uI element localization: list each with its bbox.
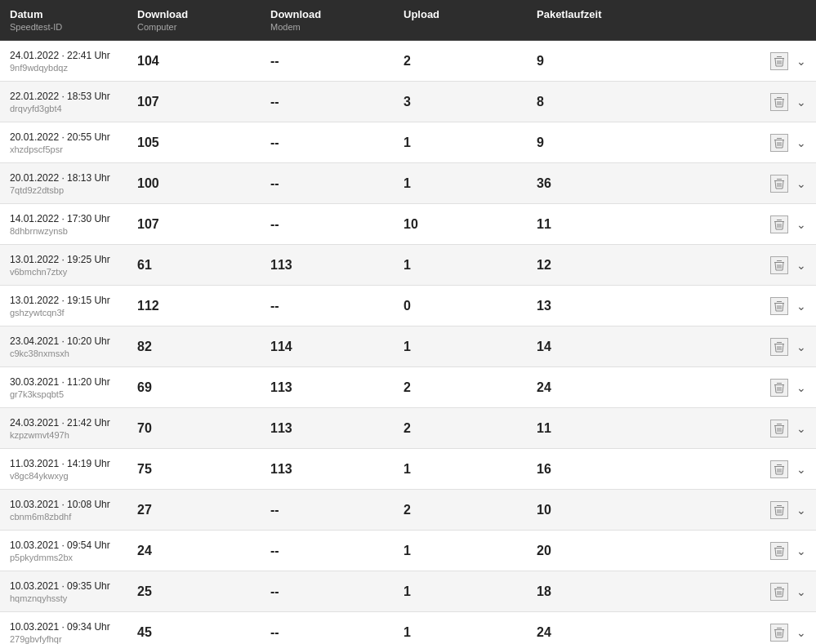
cell-dl-modem: -- xyxy=(264,54,397,69)
cell-datum: 13.01.2022 · 19:25 Uhr v6bmchn7ztxy xyxy=(0,254,131,277)
cell-paket: 12 xyxy=(530,258,734,273)
cell-dl-computer: 112 xyxy=(131,299,264,313)
header-datum-sub: Speedtest-ID xyxy=(10,22,131,32)
delete-icon[interactable] xyxy=(770,93,788,111)
cell-datum: 24.01.2022 · 22:41 Uhr 9nf9wdqybdqz xyxy=(0,50,131,73)
chevron-down-icon[interactable]: ⌄ xyxy=(796,55,806,68)
speedtest-id: drqvyfd3gbt4 xyxy=(10,104,131,113)
speedtest-id: 279gbvfyfhqr xyxy=(10,634,131,644)
table-row: 20.01.2022 · 18:13 Uhr 7qtd9z2dtsbp 100 … xyxy=(0,163,816,204)
cell-datum: 10.03.2021 · 09:35 Uhr hqmznqyhssty xyxy=(0,580,131,603)
date-text: 22.01.2022 · 18:53 Uhr xyxy=(10,91,131,102)
speedtest-id: kzpzwmvt497h xyxy=(10,430,131,440)
svg-rect-0 xyxy=(774,58,784,59)
delete-icon[interactable] xyxy=(770,52,788,70)
chevron-down-icon[interactable]: ⌄ xyxy=(796,259,806,272)
cell-upload: 1 xyxy=(397,462,530,477)
cell-paket: 16 xyxy=(530,462,734,477)
delete-icon[interactable] xyxy=(770,215,788,233)
date-text: 14.01.2022 · 17:30 Uhr xyxy=(10,213,131,224)
speedtest-id: c9kc38nxmsxh xyxy=(10,349,131,358)
cell-dl-modem: 113 xyxy=(264,380,397,395)
cell-dl-modem: 113 xyxy=(264,258,397,273)
chevron-down-icon[interactable]: ⌄ xyxy=(796,300,806,313)
cell-datum: 13.01.2022 · 19:15 Uhr gshzywtcqn3f xyxy=(0,295,131,318)
svg-rect-61 xyxy=(777,546,782,547)
chevron-down-icon[interactable]: ⌄ xyxy=(796,218,806,231)
delete-icon[interactable] xyxy=(770,297,788,315)
svg-rect-45 xyxy=(774,425,784,426)
svg-rect-5 xyxy=(774,99,784,100)
delete-icon[interactable] xyxy=(770,175,788,193)
cell-upload: 3 xyxy=(397,95,530,109)
speedtest-id: 7qtd9z2dtsbp xyxy=(10,185,131,195)
header-datum: Datum Speedtest-ID xyxy=(0,8,131,32)
header-download-computer: Download Computer xyxy=(131,8,264,32)
delete-icon[interactable] xyxy=(770,379,788,397)
cell-paket: 9 xyxy=(530,135,734,150)
delete-icon[interactable] xyxy=(770,501,788,519)
date-text: 20.01.2022 · 18:13 Uhr xyxy=(10,172,131,184)
table-row: 13.01.2022 · 19:15 Uhr gshzywtcqn3f 112 … xyxy=(0,286,816,326)
cell-dl-modem: 113 xyxy=(264,421,397,436)
table-row: 22.01.2022 · 18:53 Uhr drqvyfd3gbt4 107 … xyxy=(0,82,816,122)
svg-rect-51 xyxy=(777,464,782,465)
date-text: 20.01.2022 · 20:55 Uhr xyxy=(10,131,131,143)
cell-upload: 1 xyxy=(397,584,530,599)
cell-upload: 2 xyxy=(397,421,530,436)
chevron-down-icon[interactable]: ⌄ xyxy=(796,504,806,517)
chevron-down-icon[interactable]: ⌄ xyxy=(796,422,806,435)
date-text: 30.03.2021 · 11:20 Uhr xyxy=(10,376,131,388)
cell-upload: 1 xyxy=(397,258,530,273)
delete-icon[interactable] xyxy=(770,583,788,601)
delete-icon[interactable] xyxy=(770,460,788,478)
delete-icon[interactable] xyxy=(770,256,788,274)
chevron-down-icon[interactable]: ⌄ xyxy=(796,340,806,353)
chevron-down-icon[interactable]: ⌄ xyxy=(796,381,806,394)
delete-icon[interactable] xyxy=(770,134,788,152)
header-dl-computer-main: Download xyxy=(137,8,264,20)
chevron-down-icon[interactable]: ⌄ xyxy=(796,177,806,190)
cell-dl-computer: 25 xyxy=(131,584,264,599)
cell-actions: ⌄ xyxy=(734,134,816,152)
chevron-down-icon[interactable]: ⌄ xyxy=(796,626,806,639)
cell-paket: 24 xyxy=(530,625,734,640)
cell-dl-modem: -- xyxy=(264,135,397,150)
svg-rect-26 xyxy=(777,260,782,261)
svg-rect-65 xyxy=(774,588,784,589)
speedtest-id: cbnm6m8zbdhf xyxy=(10,512,131,522)
cell-dl-modem: -- xyxy=(264,217,397,232)
cell-dl-computer: 24 xyxy=(131,544,264,558)
cell-actions: ⌄ xyxy=(734,501,816,519)
delete-icon[interactable] xyxy=(770,338,788,356)
table-row: 24.01.2022 · 22:41 Uhr 9nf9wdqybdqz 104 … xyxy=(0,41,816,82)
cell-paket: 9 xyxy=(530,54,734,69)
svg-rect-70 xyxy=(774,629,784,630)
table-row: 24.03.2021 · 21:42 Uhr kzpzwmvt497h 70 1… xyxy=(0,408,816,449)
table-row: 10.03.2021 · 09:54 Uhr p5pkydmms2bx 24 -… xyxy=(0,531,816,571)
chevron-down-icon[interactable]: ⌄ xyxy=(796,136,806,149)
delete-icon[interactable] xyxy=(770,542,788,560)
cell-actions: ⌄ xyxy=(734,52,816,70)
svg-rect-21 xyxy=(777,220,782,220)
chevron-down-icon[interactable]: ⌄ xyxy=(796,585,806,598)
table-row: 10.03.2021 · 09:35 Uhr hqmznqyhssty 25 -… xyxy=(0,571,816,612)
cell-dl-modem: -- xyxy=(264,503,397,517)
svg-rect-71 xyxy=(777,628,782,628)
delete-icon[interactable] xyxy=(770,420,788,437)
svg-rect-31 xyxy=(777,301,782,302)
speedtest-id: p5pkydmms2bx xyxy=(10,553,131,562)
cell-upload: 2 xyxy=(397,380,530,395)
chevron-down-icon[interactable]: ⌄ xyxy=(796,95,806,109)
header-dl-modem-main: Download xyxy=(270,8,397,20)
table-row: 14.01.2022 · 17:30 Uhr 8dhbrnwzynsb 107 … xyxy=(0,204,816,245)
cell-dl-computer: 45 xyxy=(131,625,264,640)
delete-icon[interactable] xyxy=(770,624,788,642)
date-text: 13.01.2022 · 19:25 Uhr xyxy=(10,254,131,265)
cell-datum: 10.03.2021 · 09:34 Uhr 279gbvfyfhqr xyxy=(0,621,131,644)
chevron-down-icon[interactable]: ⌄ xyxy=(796,544,806,557)
svg-rect-41 xyxy=(777,383,782,384)
svg-rect-11 xyxy=(777,138,782,139)
chevron-down-icon[interactable]: ⌄ xyxy=(796,463,806,476)
cell-paket: 18 xyxy=(530,584,734,599)
